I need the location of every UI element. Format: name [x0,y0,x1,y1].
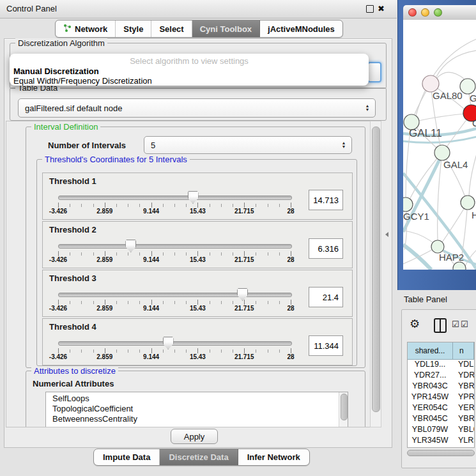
numerical-attributes-list[interactable]: SelfLoops TopologicalCoefficient Between… [45,392,348,427]
tab-network[interactable]: Network [56,20,116,37]
slider-thumb[interactable] [125,240,136,252]
dropdown-item-manual-discretization[interactable]: Manual Discretization [13,66,99,76]
tab-impute-data[interactable]: Impute Data [94,449,160,465]
attributes-to-discretize-title: Attributes to discretize [31,366,118,376]
slider-major-ticks [58,348,291,353]
threshold-4-label: Threshold 4 [49,322,96,332]
table-row[interactable]: YBR043CYBR0 [408,381,474,392]
tab-select[interactable]: Select [151,20,192,37]
column-header-name[interactable]: n [453,342,474,359]
slider-tick-labels: -3.426 2.859 9.144 15.43 21.715 28 [58,256,291,264]
node-label-gal4: GAL4 [443,159,468,170]
tab-discretize-data[interactable]: Discretize Data [160,449,238,465]
gear-icon[interactable]: ⚙ [410,317,420,331]
threshold-3-label: Threshold 3 [49,273,96,283]
close-traffic-light-icon[interactable] [408,8,417,17]
settings-scroll-viewport: Interval Definition Number of Intervals … [6,121,371,427]
network-icon [63,24,72,34]
network-nodes[interactable] [403,75,476,270]
node-label-gal80: GAL80 [433,90,463,101]
table-horizontal-scrollbar[interactable] [407,450,475,457]
table-row[interactable]: YPR145WYPR1 [408,392,474,403]
slider-track[interactable] [58,244,292,249]
tab-impute-data-label: Impute Data [103,452,150,462]
network-canvas[interactable]: GAL80 G. C GAL11 GAL4 GCY1 H HAP2 [403,20,476,270]
table-row[interactable]: YBR045CYBR0 [408,414,474,425]
node-hap2[interactable] [431,240,444,253]
table-panel: ⚙ ☑ ☑ shared... n YDL19...YDL1 YDR27...Y… [401,309,476,468]
tab-select-label: Select [159,24,183,34]
tab-infer-network[interactable]: Infer Network [238,449,309,465]
dropdown-placeholder: Select algorithm to view settings [10,56,369,66]
checkbox-icon[interactable]: ☑ [461,319,468,329]
table-row[interactable]: YDR27...YDR2 [408,371,474,381]
number-of-intervals-value: 5 [144,141,339,150]
node-h[interactable] [461,196,475,210]
table-row[interactable]: YER054CYER0 [408,403,474,414]
table-data-combobox[interactable]: galFiltered.sif default node ▲▼ [18,98,376,118]
column-header-shared-name[interactable]: shared... [408,342,453,359]
threshold-1-slider[interactable] [58,192,291,203]
slider-major-ticks [58,300,291,305]
network-window-titlebar[interactable] [403,5,476,20]
attributes-list-scrollbar[interactable] [339,392,348,427]
slider-track[interactable] [58,293,292,297]
attributes-to-discretize-group: Attributes to discretize Numerical Attri… [26,371,365,427]
slider-track[interactable] [58,341,292,346]
split-columns-icon[interactable] [434,318,447,333]
threshold-1-value-field[interactable] [309,190,343,210]
node-attribute-table[interactable]: shared... n YDL19...YDL1 YDR27...YDR2 YB… [407,342,475,448]
scrollbar-thumb[interactable] [372,127,380,412]
node-gal4[interactable] [434,145,450,160]
minimize-traffic-light-icon[interactable] [421,8,429,17]
threshold-2-value-field[interactable] [309,238,343,259]
threshold-4-panel: Threshold 4 -3.426 2.859 9.144 15.43 [42,318,353,365]
tab-style-label: Style [123,24,143,34]
slider-thumb[interactable] [237,288,248,301]
threshold-4-value-field[interactable] [309,335,343,356]
control-panel-titlebar: Control Panel ✖ [0,0,397,19]
cyni-toolbox-panel: Discretization Algorithm Select algorith… [4,38,392,448]
node-label-hap2: HAP2 [439,252,464,263]
dropdown-item-equal-width-frequency[interactable]: Equal Width/Frequency Discretization [13,76,152,86]
slider-tick-labels: -3.426 2.859 9.144 15.43 21.715 28 [58,305,291,312]
node-partial[interactable] [453,262,466,270]
tab-cyni-toolbox-label: Cyni Toolbox [200,24,252,34]
list-item[interactable]: BetweennessCentrality [52,414,348,424]
threshold-1-panel: Threshold 1 -3.426 2.859 9.144 15.43 [42,173,353,220]
zoom-traffic-light-icon[interactable] [434,8,442,17]
table-row[interactable]: YIL052CYIL0 [408,447,474,448]
splitter-collapse-icon[interactable] [385,232,388,237]
discretization-algorithm-title: Discretization Algorithm [15,38,107,48]
apply-button[interactable]: Apply [171,429,218,444]
interval-definition-group: Interval Definition Number of Intervals … [26,127,365,368]
float-window-icon[interactable] [366,5,374,13]
tab-jactivemnodules-label: jActiveMNodules [268,24,335,34]
close-icon[interactable]: ✖ [378,4,385,13]
table-row[interactable]: YDL19...YDL1 [408,360,474,371]
scrollbar-thumb[interactable] [341,394,348,420]
scrollbar-thumb[interactable] [407,450,475,456]
threshold-4-slider[interactable] [58,338,291,348]
number-of-intervals-combobox[interactable]: 5 ▲▼ [144,136,352,154]
threshold-3-slider[interactable] [58,289,291,300]
threshold-2-slider[interactable] [58,241,291,251]
node-gcy1[interactable] [403,197,413,211]
threshold-3-value-field[interactable] [309,287,343,307]
checkbox-icon[interactable]: ☑ [452,319,459,329]
algorithm-combobox-focused-edge[interactable] [367,62,381,82]
cyni-bottom-tabs: Impute Data Discretize Data Infer Networ… [93,449,310,466]
tab-jactivemnodules[interactable]: jActiveMNodules [260,20,342,37]
slider-track[interactable] [58,196,292,200]
table-panel-title: Table Panel [404,295,447,304]
list-item[interactable]: TopologicalCoefficient [52,404,348,414]
table-row[interactable]: YBL079WYBL0 [408,425,474,436]
tab-cyni-toolbox[interactable]: Cyni Toolbox [192,20,260,37]
settings-vertical-scrollbar[interactable] [370,121,381,427]
tab-style[interactable]: Style [116,20,151,37]
table-row[interactable]: YLR345WYLR3 [408,436,474,447]
slider-thumb[interactable] [163,337,174,349]
list-item[interactable]: SelfLoops [52,394,348,404]
slider-thumb[interactable] [188,191,199,204]
algorithm-dropdown-popup: Select algorithm to view settings Manual… [10,54,369,86]
